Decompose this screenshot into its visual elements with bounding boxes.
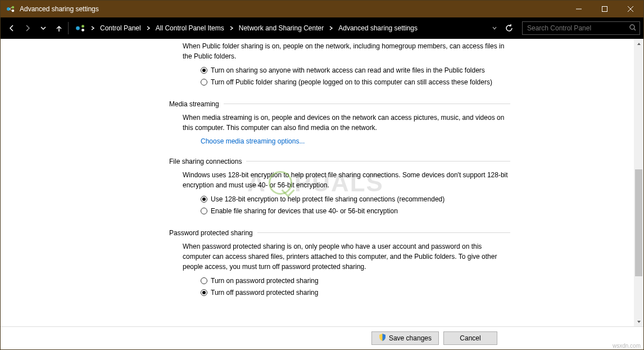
media-streaming-desc: When media streaming is on, people and d… [183,113,510,133]
section-header-file-sharing: File sharing connections [169,158,246,165]
network-sharing-icon [75,23,85,33]
opt-label: Turn off password protected sharing [211,288,318,298]
opt-password-on[interactable]: Turn on password protected sharing [201,276,510,286]
address-dropdown-button[interactable] [491,26,498,30]
public-folder-desc: When Public folder sharing is on, people… [183,41,510,61]
back-button[interactable] [4,20,20,36]
opt-label: Turn on password protected sharing [211,276,319,286]
opt-128bit-encryption[interactable]: Use 128-bit encryption to help protect f… [201,195,510,204]
titlebar: Advanced sharing settings [1,1,643,17]
svg-point-1 [12,6,14,8]
section-header-password-sharing: Password protected sharing [169,229,257,237]
svg-line-3 [10,7,12,9]
advanced-sharing-window: Advanced sharing settings Control Panel … [0,0,644,350]
vertical-scrollbar[interactable] [634,39,643,326]
svg-point-2 [12,10,14,12]
svg-marker-15 [637,43,641,45]
search-box[interactable] [522,21,640,35]
button-label: Save changes [389,334,432,342]
radio-icon [201,79,207,86]
crumb-advanced-sharing[interactable]: Advanced sharing settings [335,21,421,35]
recent-locations-button[interactable] [35,20,51,36]
minimize-button[interactable] [566,1,592,17]
footer: Save changes Cancel [1,326,643,349]
link-choose-media-options[interactable]: Choose media streaming options... [201,137,305,145]
button-label: Cancel [460,334,480,342]
scroll-up-button[interactable] [634,39,643,48]
opt-label: Use 128-bit encryption to help protect f… [211,195,445,204]
navigation-bar: Control Panel All Control Panel Items Ne… [1,17,643,39]
scroll-track[interactable] [634,48,643,317]
scroll-down-button[interactable] [634,317,643,326]
content-area: Public folder sharing When Public folder… [1,39,634,326]
svg-point-13 [630,25,634,29]
refresh-button[interactable] [501,20,516,36]
uac-shield-icon [379,334,386,343]
save-changes-button[interactable]: Save changes [371,331,439,345]
svg-point-12 [81,29,84,32]
svg-rect-6 [602,7,607,12]
opt-public-folder-on[interactable]: Turn on sharing so anyone with network a… [201,66,510,75]
password-sharing-desc: When password protected sharing is on, o… [183,241,510,272]
attribution: wsxdn.com [613,343,641,349]
up-button[interactable] [51,20,67,36]
search-input[interactable] [526,24,629,33]
search-icon [629,24,636,33]
opt-label: Turn on sharing so anyone with network a… [211,66,485,75]
svg-line-4 [10,9,12,11]
radio-icon [201,289,207,296]
opt-password-off[interactable]: Turn off password protected sharing [201,288,510,298]
close-button[interactable] [618,1,643,17]
opt-label: Turn off Public folder sharing (people l… [211,78,492,87]
crumb-control-panel[interactable]: Control Panel [97,21,144,35]
svg-marker-16 [637,321,641,323]
forward-button[interactable] [20,20,35,36]
window-title: Advanced sharing settings [20,5,99,13]
radio-icon [201,277,207,284]
crumb-all-items[interactable]: All Control Panel Items [152,21,228,35]
radio-icon [201,208,207,214]
opt-40-56bit-encryption[interactable]: Enable file sharing for devices that use… [201,207,510,216]
svg-point-11 [81,25,84,28]
opt-public-folder-off[interactable]: Turn off Public folder sharing (people l… [201,78,510,87]
network-sharing-icon [6,5,15,14]
svg-point-10 [76,26,80,30]
scroll-thumb[interactable] [635,169,642,277]
file-sharing-desc: Windows uses 128-bit encryption to help … [183,170,510,190]
section-header-media-streaming: Media streaming [169,100,224,108]
cancel-button[interactable]: Cancel [443,331,497,345]
crumb-network-sharing-center[interactable]: Network and Sharing Center [235,21,327,35]
svg-line-14 [634,29,636,30]
maximize-button[interactable] [592,1,618,17]
radio-icon [201,67,207,74]
opt-label: Enable file sharing for devices that use… [211,207,398,216]
radio-icon [201,196,207,203]
breadcrumb: Control Panel All Control Panel Items Ne… [89,17,491,39]
